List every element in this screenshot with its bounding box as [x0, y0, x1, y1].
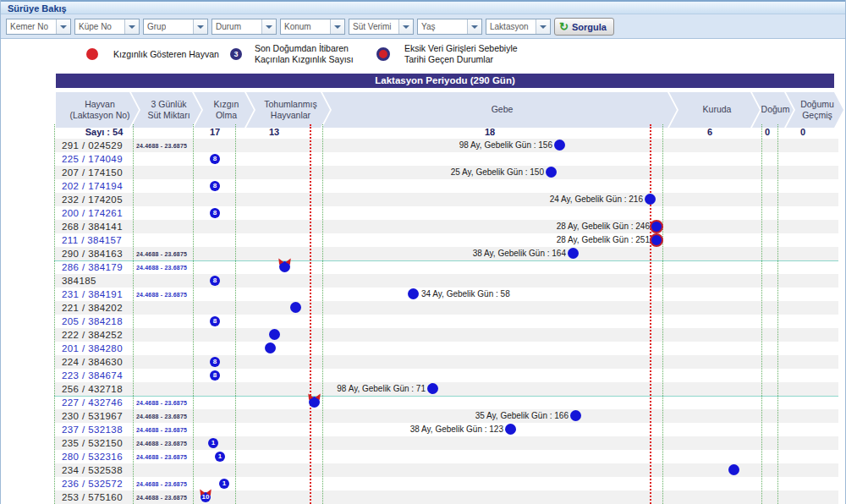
missed-heat-badge[interactable]: 8: [210, 370, 220, 381]
missed-heat-badge[interactable]: 1: [208, 438, 218, 448]
pregnancy-label: 24 Ay, Gebelik Gün : 216: [550, 194, 643, 204]
table-row[interactable]: 205 / 384218 8: [54, 315, 838, 328]
chevron-down-icon[interactable]: [536, 19, 550, 34]
table-row[interactable]: 221 / 384202: [54, 301, 838, 315]
table-row[interactable]: 222 / 384252: [54, 328, 838, 342]
pregnancy-dot[interactable]: [554, 140, 565, 151]
animal-id-link[interactable]: 280 / 532316: [62, 452, 123, 462]
animal-id-link[interactable]: 225 / 174049: [62, 154, 123, 164]
table-row[interactable]: 234 / 532538: [54, 463, 838, 477]
table-row[interactable]: 268 / 384141 28 Ay, Gebelik Gün : 246: [54, 220, 838, 233]
table-row[interactable]: 291 / 024529 24.4688 - 23.687598 Ay, Geb…: [54, 139, 838, 152]
pregnancy-dot[interactable]: [427, 383, 438, 394]
filter-dropdown[interactable]: Grup: [143, 19, 208, 35]
pregnancy-dot[interactable]: [505, 424, 516, 435]
dry-dot[interactable]: [728, 464, 739, 475]
animal-id-link[interactable]: 234 / 532538: [62, 465, 123, 475]
table-row[interactable]: 224 / 384630 8: [54, 355, 838, 369]
table-row[interactable]: 201 / 384280: [54, 342, 838, 355]
animal-id-link[interactable]: 222 / 384252: [62, 330, 123, 340]
animal-id-link[interactable]: 231 / 384191: [62, 289, 123, 299]
chevron-down-icon[interactable]: [124, 19, 139, 34]
table-row[interactable]: 237 / 532138 24.4688 - 23.687538 Ay, Geb…: [54, 423, 838, 436]
animal-id-link[interactable]: 235 / 532150: [62, 438, 123, 448]
table-row[interactable]: 230 / 531967 24.4688 - 23.687535 Ay, Geb…: [54, 409, 838, 423]
pregnancy-dot[interactable]: [546, 167, 557, 178]
sorgula-button[interactable]: ↻ Sorgula: [554, 18, 614, 36]
chevron-down-icon[interactable]: [261, 19, 276, 34]
animal-id-link[interactable]: 291 / 024529: [62, 140, 123, 151]
missed-heat-badge[interactable]: 8: [210, 357, 220, 367]
animal-id-link[interactable]: 202 / 174194: [62, 181, 123, 191]
legend-heat-label: Kızgınlık Gösteren Hayvan: [113, 49, 219, 60]
filter-dropdown[interactable]: Konum: [280, 19, 345, 35]
pregnancy-dot[interactable]: [570, 410, 581, 421]
table-row[interactable]: 231 / 384191 24.4688 - 23.687534 Ay, Geb…: [54, 288, 838, 301]
pregnancy-dot[interactable]: [650, 233, 663, 247]
insemination-dot[interactable]: [279, 261, 290, 272]
table-row[interactable]: 227 / 432746 24.4688 - 23.6875: [54, 396, 838, 409]
table-row[interactable]: 223 / 384674 8: [54, 369, 838, 382]
animal-id-link[interactable]: 224 / 384630: [62, 357, 123, 367]
animal-id-link[interactable]: 223 / 384674: [62, 370, 123, 381]
table-row[interactable]: 211 / 384157 28 Ay, Gebelik Gün : 251: [54, 233, 838, 247]
chevron-down-icon[interactable]: [467, 19, 481, 34]
animal-id-link[interactable]: 256 / 432718: [62, 384, 123, 394]
pregnancy-dot[interactable]: [645, 194, 656, 205]
missed-heat-badge[interactable]: 10: [201, 492, 211, 502]
table-row[interactable]: 253 / 575160 24.4688 - 23.687510: [54, 490, 838, 504]
missed-heat-badge[interactable]: 8: [210, 276, 220, 286]
missed-heat-badge[interactable]: 1: [215, 452, 225, 462]
table-row[interactable]: 290 / 384163 24.4688 - 23.687538 Ay, Geb…: [54, 247, 838, 260]
animal-id-link[interactable]: 236 / 532572: [62, 479, 123, 489]
animal-id-link[interactable]: 221 / 384202: [62, 303, 123, 313]
table-row[interactable]: 225 / 174049 8: [54, 152, 838, 166]
table-row[interactable]: 207 / 174150 25 Ay, Gebelik Gün : 150: [54, 166, 838, 179]
missed-heat-badge[interactable]: 1: [219, 479, 229, 489]
table-row[interactable]: 236 / 532572 24.4688 - 23.68751: [54, 477, 838, 490]
animal-id-link[interactable]: 205 / 384218: [62, 316, 123, 326]
missed-heat-badge[interactable]: 8: [210, 208, 220, 218]
animal-id-link[interactable]: 201 / 384280: [62, 343, 123, 353]
animal-id-link[interactable]: 268 / 384141: [62, 222, 123, 232]
missed-heat-badge[interactable]: 8: [210, 154, 220, 164]
animal-id-link[interactable]: 253 / 575160: [62, 492, 123, 502]
insemination-dot[interactable]: [290, 302, 301, 313]
insemination-dot[interactable]: [269, 329, 280, 340]
table-row[interactable]: 235 / 532150 24.4688 - 23.68751: [54, 436, 838, 450]
table-row[interactable]: 200 / 174261 8: [54, 206, 838, 220]
table-row[interactable]: 202 / 174194 8: [54, 179, 838, 193]
table-row[interactable]: 286 / 384179 24.4688 - 23.6875: [54, 260, 838, 274]
chevron-down-icon[interactable]: [56, 19, 70, 34]
insemination-dot[interactable]: [309, 397, 320, 408]
animal-id-link[interactable]: 286 / 384179: [62, 262, 123, 272]
animal-id-link[interactable]: 230 / 531967: [62, 411, 123, 421]
animal-id-link[interactable]: 227 / 432746: [62, 397, 123, 408]
chevron-down-icon[interactable]: [398, 19, 413, 34]
missed-heat-badge[interactable]: 8: [210, 316, 220, 326]
table-row[interactable]: 232 / 174205 24 Ay, Gebelik Gün : 216: [54, 193, 838, 206]
table-row[interactable]: 280 / 532316 24.4688 - 23.68751: [54, 450, 838, 463]
filter-dropdown[interactable]: Süt Verimi: [349, 19, 414, 35]
animal-id-link[interactable]: 211 / 384157: [62, 235, 122, 245]
animal-id-link[interactable]: 290 / 384163: [62, 249, 123, 259]
insemination-dot[interactable]: [265, 342, 276, 353]
filter-dropdown[interactable]: Yaş: [417, 19, 482, 35]
animal-id-link[interactable]: 237 / 532138: [62, 425, 123, 435]
chevron-down-icon[interactable]: [193, 19, 207, 34]
animal-id-link[interactable]: 232 / 174205: [62, 194, 123, 205]
animal-id-link[interactable]: 384185: [62, 276, 96, 286]
table-row[interactable]: 384185 8: [54, 274, 838, 288]
filter-dropdown[interactable]: Küpe No: [74, 19, 140, 35]
animal-id-link[interactable]: 200 / 174261: [62, 208, 123, 218]
filter-dropdown[interactable]: Durum: [212, 19, 277, 35]
chevron-down-icon[interactable]: [330, 19, 344, 34]
filter-dropdown[interactable]: Laktasyon: [486, 19, 551, 35]
filter-dropdown[interactable]: Kemer No: [6, 19, 71, 35]
pregnancy-dot[interactable]: [568, 248, 579, 259]
animal-id-link[interactable]: 207 / 174150: [62, 167, 123, 178]
missed-heat-badge[interactable]: 8: [210, 181, 220, 191]
pregnancy-dot[interactable]: [650, 220, 663, 233]
table-row[interactable]: 256 / 432718 98 Ay, Gebelik Gün : 71: [54, 382, 838, 396]
pregnancy-dot[interactable]: [408, 288, 419, 299]
